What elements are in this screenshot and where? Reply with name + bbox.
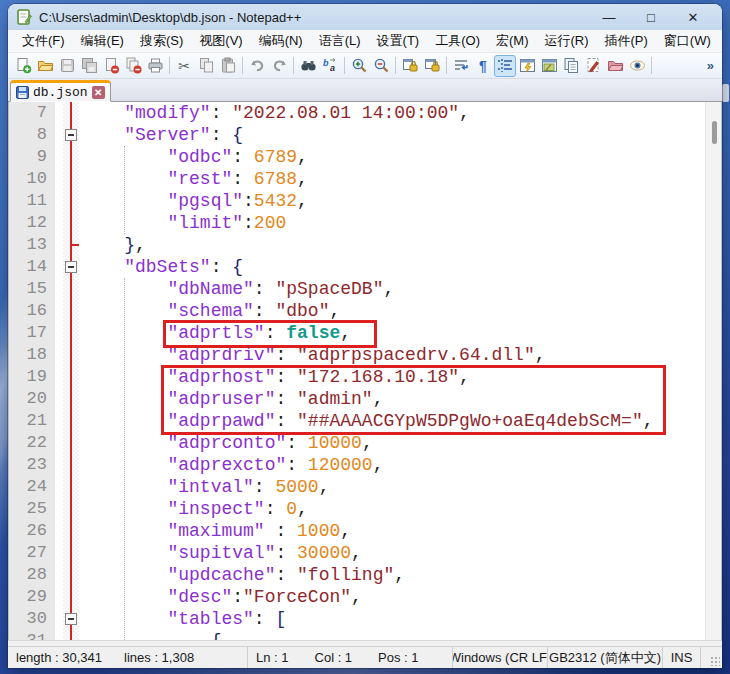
close-all-button[interactable] xyxy=(122,55,144,77)
zoom-out-button[interactable] xyxy=(370,55,392,77)
line-number[interactable]: 9 xyxy=(9,146,47,168)
menu-settings[interactable]: 设置(T) xyxy=(369,30,428,52)
code-line[interactable]: "updcache": "folling", xyxy=(81,564,705,586)
bookmark-margin[interactable] xyxy=(55,102,63,640)
fold-collapse-icon[interactable] xyxy=(65,261,77,273)
menu-view[interactable]: 视图(V) xyxy=(191,30,250,52)
status-encoding[interactable]: GB2312 (简体中文) xyxy=(548,647,663,668)
line-number[interactable]: 24 xyxy=(9,476,47,498)
code-line[interactable]: "modify": "2022.08.01 14:00:00", xyxy=(81,102,705,124)
menu-tools[interactable]: 工具(O) xyxy=(427,30,488,52)
line-number[interactable]: 10 xyxy=(9,168,47,190)
line-number[interactable]: 14 xyxy=(9,256,47,278)
code-line[interactable]: "limit":200 xyxy=(81,212,705,234)
code-line[interactable]: "adprpawd": "##AAAACGYpW5DPgWo+oaEq4debS… xyxy=(81,410,705,432)
code-line[interactable]: { xyxy=(81,630,705,640)
code-line[interactable]: "schema": "dbo", xyxy=(81,300,705,322)
vertical-scrollbar-thumb[interactable] xyxy=(712,121,717,144)
find-button[interactable] xyxy=(297,55,319,77)
menu-help[interactable]: ? xyxy=(719,32,722,51)
document-switcher-button[interactable] xyxy=(560,55,582,77)
editor-area[interactable]: 7891011121314151617181920212223242526272… xyxy=(8,102,722,640)
folder-as-workspace-button[interactable] xyxy=(604,55,626,77)
code-line[interactable]: "odbc": 6789, xyxy=(81,146,705,168)
code-line[interactable]: "adprdriv": "adprpspacedrv.64.dll", xyxy=(81,344,705,366)
code-line[interactable]: "adprexcto": 120000, xyxy=(81,454,705,476)
tab-close-icon[interactable]: ✕ xyxy=(92,86,105,99)
line-number[interactable]: 19 xyxy=(9,366,47,388)
undo-button[interactable] xyxy=(246,55,268,77)
close-file-button[interactable] xyxy=(100,55,122,77)
vertical-scrollbar[interactable] xyxy=(705,102,721,640)
new-file-button[interactable] xyxy=(12,55,34,77)
close-button[interactable]: ✕ xyxy=(672,5,714,29)
toolbar-overflow-chevron[interactable]: » xyxy=(707,58,714,73)
save-all-button[interactable] xyxy=(78,55,100,77)
line-number[interactable]: 22 xyxy=(9,432,47,454)
code-line[interactable]: "supitval": 30000, xyxy=(81,542,705,564)
cut-button[interactable]: ✂ xyxy=(173,55,195,77)
print-button[interactable] xyxy=(144,55,166,77)
menu-language[interactable]: 语言(L) xyxy=(311,30,369,52)
line-number[interactable]: 28 xyxy=(9,564,47,586)
line-number[interactable]: 27 xyxy=(9,542,47,564)
open-file-button[interactable] xyxy=(34,55,56,77)
line-number[interactable]: 17 xyxy=(9,322,47,344)
line-number[interactable]: 16 xyxy=(9,300,47,322)
line-number[interactable]: 20 xyxy=(9,388,47,410)
line-number[interactable]: 23 xyxy=(9,454,47,476)
zoom-in-button[interactable] xyxy=(348,55,370,77)
code-line[interactable]: "Server": { xyxy=(81,124,705,146)
line-number[interactable]: 11 xyxy=(9,190,47,212)
function-list-button[interactable] xyxy=(516,55,538,77)
word-wrap-button[interactable] xyxy=(450,55,472,77)
status-insert-mode[interactable]: INS xyxy=(663,647,701,668)
fold-collapse-icon[interactable] xyxy=(65,613,77,625)
line-number[interactable]: 13 xyxy=(9,234,47,256)
line-number[interactable]: 31 xyxy=(9,630,47,640)
minimize-button[interactable]: — xyxy=(588,5,630,29)
line-number[interactable]: 25 xyxy=(9,498,47,520)
document-map-button[interactable] xyxy=(538,55,560,77)
line-number[interactable]: 30 xyxy=(9,608,47,630)
fold-margin[interactable] xyxy=(63,102,79,640)
code-line[interactable]: "maximum" : 1000, xyxy=(81,520,705,542)
line-number[interactable]: 7 xyxy=(9,102,47,124)
code-line[interactable]: "pgsql":5432, xyxy=(81,190,705,212)
code-line[interactable]: "rest": 6788, xyxy=(81,168,705,190)
line-number[interactable]: 8 xyxy=(9,124,47,146)
menu-encoding[interactable]: 编码(N) xyxy=(251,30,311,52)
show-indent-guide-button[interactable] xyxy=(494,55,516,77)
view-eye-button[interactable] xyxy=(626,55,648,77)
code-line[interactable]: "adprtls": false, xyxy=(81,322,705,344)
save-button[interactable] xyxy=(56,55,78,77)
menu-run[interactable]: 运行(R) xyxy=(536,30,596,52)
line-number[interactable]: 15 xyxy=(9,278,47,300)
code-line[interactable]: "dbName": "pSpaceDB", xyxy=(81,278,705,300)
sync-horizontal-scroll-button[interactable] xyxy=(421,55,443,77)
resize-grip[interactable] xyxy=(701,647,722,668)
replace-button[interactable]: ba xyxy=(319,55,341,77)
fold-collapse-icon[interactable] xyxy=(65,129,77,141)
code-line[interactable]: "adprconto": 10000, xyxy=(81,432,705,454)
redo-button[interactable] xyxy=(268,55,290,77)
menu-window[interactable]: 窗口(W) xyxy=(656,30,719,52)
line-number[interactable]: 12 xyxy=(9,212,47,234)
menu-file[interactable]: 文件(F) xyxy=(14,30,73,52)
sync-vertical-scroll-button[interactable] xyxy=(399,55,421,77)
line-number[interactable]: 26 xyxy=(9,520,47,542)
menu-macro[interactable]: 宏(M) xyxy=(488,30,537,52)
code-line[interactable]: "adprhost": "172.168.10.18", xyxy=(81,366,705,388)
maximize-button[interactable]: □ xyxy=(630,5,672,29)
copy-button[interactable] xyxy=(195,55,217,77)
line-number-gutter[interactable]: 7891011121314151617181920212223242526272… xyxy=(9,102,55,640)
menu-edit[interactable]: 编辑(E) xyxy=(73,30,132,52)
show-all-characters-button[interactable]: ¶ xyxy=(472,55,494,77)
menu-search[interactable]: 搜索(S) xyxy=(132,30,191,52)
code-line[interactable]: }, xyxy=(81,234,705,256)
code-line[interactable]: "tables": [ xyxy=(81,608,705,630)
paste-button[interactable] xyxy=(217,55,239,77)
code-line[interactable]: "desc":"ForceCon", xyxy=(81,586,705,608)
code-line[interactable]: "inspect": 0, xyxy=(81,498,705,520)
tab-db-json[interactable]: db.json ✕ xyxy=(10,80,111,102)
